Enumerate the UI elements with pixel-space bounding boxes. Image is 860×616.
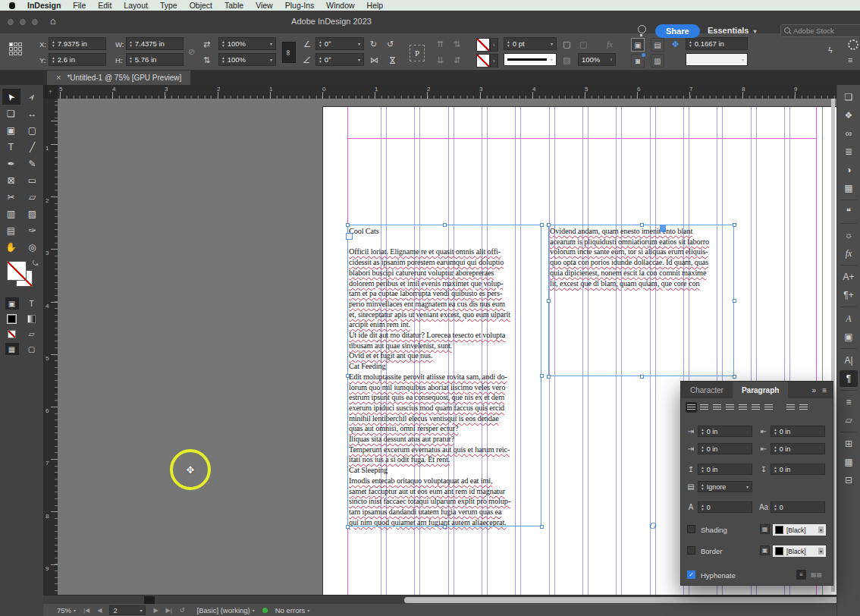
justify-last-left-button[interactable] (724, 402, 736, 413)
border-checkbox[interactable] (687, 546, 695, 555)
wrap-none-button[interactable]: ▣ (631, 38, 645, 52)
menu-indesign[interactable]: InDesign (21, 1, 67, 10)
panel-menu-icon[interactable]: ≡ (822, 386, 827, 394)
note-tool[interactable]: ▤ (2, 222, 20, 238)
first-page-button[interactable]: |◀ (83, 607, 89, 614)
frame-handle[interactable] (733, 375, 736, 379)
adobe-stock-search[interactable]: Adobe Stock (780, 24, 860, 37)
color-theme-tool[interactable]: ✑ (24, 222, 42, 238)
character-panel-icon[interactable]: A| (840, 352, 858, 369)
tab-paragraph[interactable]: Paragraph (733, 382, 788, 398)
direct-selection-tool[interactable]: ➢ (24, 89, 42, 105)
border-color-dropdown[interactable]: [Black] (773, 545, 826, 557)
share-button[interactable]: Share (655, 24, 700, 38)
x-position-field[interactable]: 7.9375 in (49, 37, 106, 50)
frame-handle[interactable] (640, 375, 644, 379)
frame-handle[interactable] (547, 299, 551, 303)
object-styles-panel-icon[interactable]: ▣ (840, 328, 858, 345)
preflight-profile-dropdown[interactable]: [Basic] (working)▾ (197, 606, 255, 614)
document-tab[interactable]: × *Untitled-1 @ 75% [GPU Preview] (47, 70, 190, 85)
paragraph-styles-panel-icon[interactable]: ¶+ (840, 287, 858, 303)
text-in-port[interactable] (346, 233, 353, 240)
text-frame-right[interactable]: Ovidend andam, quam enesto imenit ento b… (548, 225, 734, 376)
same-style-spacing-dropdown[interactable]: Ignore (698, 481, 752, 492)
frame-handle[interactable] (443, 223, 447, 227)
preflight-status[interactable]: No errors▾ (275, 606, 310, 614)
wrap-bounding-box-button[interactable]: ▤ (651, 38, 664, 52)
align-left-button[interactable] (686, 402, 697, 413)
reference-point-proxy[interactable] (9, 42, 22, 55)
opacity-field[interactable]: 100%› (578, 53, 616, 66)
pages-panel-icon[interactable]: ❏ (840, 89, 858, 105)
fill-stroke-proxy[interactable]: ⤿ (5, 261, 39, 293)
last-page-button[interactable]: ▶| (166, 607, 172, 614)
gap-tool[interactable]: ↔ (24, 105, 42, 121)
stroke-style-dropdown[interactable] (504, 53, 557, 66)
frame-handle[interactable] (346, 223, 350, 227)
content-placer-tool[interactable]: ▢ (24, 122, 42, 138)
drop-cap-chars-field[interactable]: 0 (771, 501, 825, 513)
close-tab-icon[interactable]: × (56, 73, 61, 82)
fill-swatch-flyout[interactable]: › (490, 54, 498, 68)
pathfinder-panel-icon[interactable]: ▱ (840, 412, 858, 429)
gradient-feather-tool[interactable]: ▨ (24, 206, 42, 222)
frame-handle[interactable] (733, 223, 736, 227)
panel-menu-icon[interactable]: ≡ (848, 55, 852, 64)
tab-character[interactable]: Character (681, 382, 733, 398)
shading-checkbox[interactable] (687, 525, 695, 533)
content-collector-tool[interactable]: ▣ (2, 122, 20, 138)
stroke-swatch-none[interactable] (476, 38, 490, 52)
hyphenate-checkbox[interactable]: ✓ (687, 570, 695, 579)
formatting-affects-text-button[interactable]: T (25, 297, 39, 310)
text-frame-left[interactable]: Cool Cats Officil loriat. Eligname re et… (347, 225, 541, 526)
stroke-panel-icon[interactable]: ≣ (840, 143, 858, 160)
gear-icon[interactable] (848, 39, 858, 50)
paragraph-shading-toggle-icon[interactable]: ≡ (796, 570, 806, 580)
frame-handle[interactable] (547, 223, 551, 227)
gradient-swatch-tool[interactable]: ▥ (2, 206, 20, 222)
collapse-panel-icon[interactable]: » (812, 386, 817, 394)
ruler-origin-corner[interactable]: + (43, 85, 58, 99)
align-away-from-spine-button[interactable] (798, 402, 809, 413)
page-tool[interactable]: ❏ (2, 105, 20, 121)
frame-handle[interactable] (540, 374, 544, 378)
menu-table[interactable]: Table (218, 1, 250, 10)
horizontal-ruler[interactable]: 543210123456789 (43, 85, 860, 99)
align-center-button[interactable] (698, 402, 710, 413)
line-tool[interactable]: ╱ (24, 139, 42, 155)
stroke-weight-field[interactable]: 0 pt (504, 37, 557, 50)
paragraph-panel-icon[interactable]: ¶ (840, 370, 858, 387)
flip-horizontal-button[interactable]: ⋈ (370, 55, 378, 65)
right-indent-field[interactable]: 0 in (771, 426, 825, 437)
border-settings-icon[interactable]: ▣ (760, 545, 770, 555)
pencil-tool[interactable]: ✎ (24, 156, 42, 171)
first-line-indent-field[interactable]: 0 in (698, 443, 752, 454)
cell-styles-panel-icon[interactable]: ▦ (840, 454, 858, 470)
go-back-icon[interactable]: ↺ (180, 607, 185, 614)
space-after-field[interactable]: 0 in (771, 464, 825, 475)
justify-all-button[interactable] (763, 402, 774, 413)
character-styles-panel-icon[interactable]: A+ (840, 269, 858, 285)
hand-tool[interactable]: ✋ (2, 239, 20, 255)
fill-proxy-swatch[interactable] (7, 261, 27, 281)
justify-last-center-button[interactable] (737, 402, 749, 413)
effects-panel-icon[interactable]: ☼ (840, 227, 858, 244)
links-panel-icon[interactable]: ∞ (840, 125, 858, 142)
menu-edit[interactable]: Edit (92, 1, 118, 10)
glyphs-panel-icon[interactable]: A (840, 310, 858, 327)
fill-swatch-none[interactable] (476, 54, 490, 68)
preview-mode-button[interactable]: ▢ (25, 343, 39, 355)
frame-handle[interactable] (346, 525, 350, 529)
last-line-indent-field[interactable]: 0 in (771, 443, 825, 454)
normal-view-mode-button[interactable]: ▦ (5, 343, 19, 355)
align-right-button[interactable] (711, 402, 723, 413)
frame-handle[interactable] (443, 525, 447, 529)
vertical-ruler[interactable]: 123456789 (43, 99, 58, 595)
rotate-ccw-button[interactable]: ↺ (387, 39, 394, 49)
flip-vertical-button[interactable]: ⋈ (388, 55, 397, 65)
table-panel-icon[interactable]: ⊞ (840, 435, 858, 452)
frame-handle[interactable] (540, 525, 544, 529)
menu-type[interactable]: Type (154, 1, 184, 10)
horizontal-scrollbar-thumb[interactable] (404, 597, 858, 603)
scale-x-field[interactable]: 100% (218, 37, 276, 50)
